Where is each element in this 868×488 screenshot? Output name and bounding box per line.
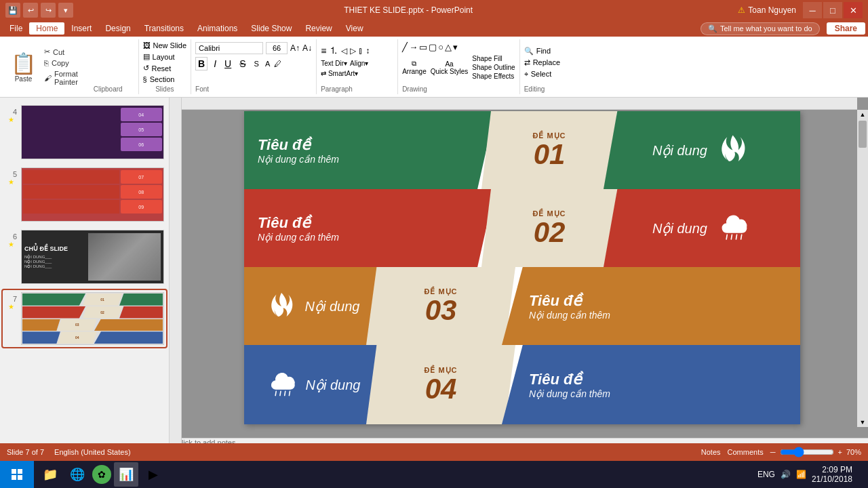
slide-number-6: 6 xyxy=(5,232,17,241)
taskbar-file-explorer[interactable]: 📁 xyxy=(38,462,62,487)
slide-number-5: 5 xyxy=(5,170,17,178)
cloud-icon-1 xyxy=(714,209,751,247)
scroll-up-button[interactable]: ▲ xyxy=(857,110,868,119)
copy-button[interactable]: ⎘ Copy xyxy=(44,59,78,67)
slide-item-4[interactable]: 4 ★ 04 05 xyxy=(3,103,166,161)
section-button[interactable]: § Section xyxy=(143,75,187,83)
close-button[interactable]: ✕ xyxy=(844,2,863,18)
quick-styles-button[interactable]: Aa Quick Styles xyxy=(431,60,469,75)
decrease-font-button[interactable]: A↓ xyxy=(302,43,312,53)
zoom-control[interactable]: ─ + 70% xyxy=(770,447,861,458)
scroll-thumb[interactable] xyxy=(859,121,867,148)
menu-animations[interactable]: Animations xyxy=(191,22,244,35)
underline-button[interactable]: U xyxy=(222,58,233,70)
redo-icon[interactable]: ↪ xyxy=(41,3,56,18)
menu-transitions[interactable]: Transitions xyxy=(138,22,191,35)
row3-subtitle: Nội dung cần thêm xyxy=(529,310,787,321)
taskbar-app1[interactable]: ✿ xyxy=(92,465,111,484)
slide-canvas[interactable]: Tiêu đề Nội dung cần thêm ĐỀ MỤC 01 Nội … xyxy=(244,111,800,424)
shape-triangle[interactable]: △ xyxy=(445,42,452,52)
text-direction-button[interactable]: Text Dir▾ xyxy=(321,60,347,67)
replace-button[interactable]: ⇄ Replace xyxy=(524,58,564,67)
shape-effects-button[interactable]: Shape Effects xyxy=(472,73,515,80)
shapes-more[interactable]: ▾ xyxy=(453,42,458,52)
more-icon[interactable]: ▾ xyxy=(58,3,73,18)
strikethrough-button[interactable]: S xyxy=(237,58,248,70)
shape-rounded[interactable]: ▢ xyxy=(429,42,437,52)
menu-slideshow[interactable]: Slide Show xyxy=(244,22,298,35)
reset-button[interactable]: ↺ Reset xyxy=(143,64,187,73)
slide-item-6[interactable]: 6 ★ CHỦ ĐỀ SLIDE NỘI DUNG___ NỘI DUNG___… xyxy=(3,228,166,286)
bullets-button[interactable]: ≡ xyxy=(321,45,326,56)
shape-arrow[interactable]: → xyxy=(409,42,418,52)
notes-button[interactable]: Notes xyxy=(701,448,721,456)
tell-me-input[interactable]: 🔍 Tell me what you want to do xyxy=(701,22,820,35)
select-button[interactable]: ⌖ Select xyxy=(524,70,564,79)
cut-button[interactable]: ✂ Cut xyxy=(44,47,78,56)
indent-decrease-button[interactable]: ◁ xyxy=(341,46,347,56)
status-right: Notes Comments ─ + 70% xyxy=(701,447,861,458)
scroll-down-button[interactable]: ▼ xyxy=(857,418,868,427)
shape-oval[interactable]: ○ xyxy=(438,42,443,52)
restore-button[interactable]: □ xyxy=(823,2,842,18)
undo-icon[interactable]: ↩ xyxy=(23,3,38,18)
taskbar-mediaplayer[interactable]: ▶ xyxy=(141,462,165,487)
slide-item-5[interactable]: 5 ★ 07 08 xyxy=(3,165,166,224)
save-icon[interactable]: 💾 xyxy=(5,3,20,18)
row3-mid: ĐỀ MỤC 03 xyxy=(366,267,515,345)
taskbar-edge[interactable]: 🌐 xyxy=(65,462,90,487)
slide-item-7[interactable]: 7 ★ 01 02 xyxy=(3,290,166,347)
new-slide-button[interactable]: 🖼 New Slide xyxy=(143,41,187,49)
bold-button[interactable]: B xyxy=(195,57,208,70)
zoom-slider-input[interactable] xyxy=(780,447,834,458)
layout-button[interactable]: ▤ Layout xyxy=(143,52,187,61)
font-name-input[interactable] xyxy=(195,42,263,54)
format-painter-label: Format Painter xyxy=(54,70,78,86)
start-button[interactable] xyxy=(0,461,34,488)
row1-right: Nội dung xyxy=(604,111,800,189)
shape-fill-button[interactable]: Shape Fill xyxy=(472,55,515,62)
shape-outline-button[interactable]: Shape Outline xyxy=(472,64,515,71)
zoom-out-button[interactable]: ─ xyxy=(770,448,776,456)
highlight-button[interactable]: 🖊 xyxy=(274,60,281,68)
row1-mid: ĐỀ MỤC 01 xyxy=(481,111,617,189)
slide-thumb-4: 04 05 06 xyxy=(21,105,164,159)
columns-button[interactable]: ⫿ xyxy=(359,46,363,56)
share-button[interactable]: Share xyxy=(827,22,865,35)
menu-file[interactable]: File xyxy=(3,22,29,35)
minimize-button[interactable]: ─ xyxy=(803,2,822,18)
search-icon: 🔍 xyxy=(708,24,717,33)
comments-button[interactable]: Comments xyxy=(728,448,764,456)
numbering-button[interactable]: ⒈ xyxy=(329,45,338,57)
shape-rect[interactable]: ▭ xyxy=(419,42,427,52)
shape-line[interactable]: ╱ xyxy=(402,42,408,52)
arrange-button[interactable]: ⧉ Arrange xyxy=(402,60,427,75)
shadow-button[interactable]: S xyxy=(252,59,261,68)
menu-home[interactable]: Home xyxy=(29,22,64,35)
paste-button[interactable]: 📋 Paste xyxy=(5,39,41,94)
increase-font-button[interactable]: A↑ xyxy=(290,43,300,53)
align-text-button[interactable]: Align▾ xyxy=(350,60,368,67)
shapes-container: ╱ → ▭ ▢ ○ △ ▾ xyxy=(402,42,504,52)
menu-design[interactable]: Design xyxy=(98,22,137,35)
vertical-scrollbar[interactable]: ▲ ▼ xyxy=(857,110,868,427)
svg-line-2 xyxy=(736,235,736,239)
slide-star-7: ★ xyxy=(8,303,14,310)
font-color-button[interactable]: A xyxy=(265,60,270,68)
convert-smartart-button[interactable]: ⇄ SmartArt▾ xyxy=(321,70,358,77)
replace-icon: ⇄ xyxy=(524,58,530,67)
menu-insert[interactable]: Insert xyxy=(64,22,98,35)
format-painter-button[interactable]: 🖌 Format Painter xyxy=(44,70,78,86)
slide-number-4: 4 xyxy=(5,108,17,116)
notes-bar[interactable]: Click to add notes xyxy=(170,438,868,443)
menu-view[interactable]: View xyxy=(339,22,370,35)
font-size-input[interactable] xyxy=(266,42,288,54)
shape-options: Shape Fill Shape Outline Shape Effects xyxy=(472,55,515,80)
indent-increase-button[interactable]: ▷ xyxy=(350,46,356,56)
line-spacing-button[interactable]: ↕ xyxy=(366,46,370,56)
taskbar-powerpoint[interactable]: 📊 xyxy=(114,462,138,487)
zoom-in-button[interactable]: + xyxy=(838,448,842,456)
menu-review[interactable]: Review xyxy=(298,22,338,35)
find-button[interactable]: 🔍 Find xyxy=(524,47,564,56)
italic-button[interactable]: I xyxy=(212,58,218,70)
